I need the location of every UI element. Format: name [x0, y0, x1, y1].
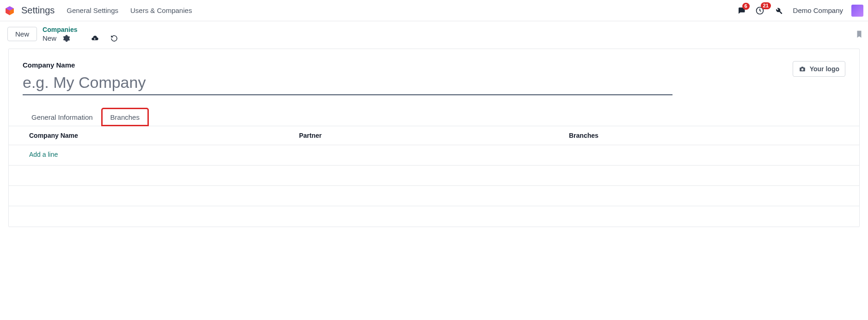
gear-icon[interactable]	[63, 35, 70, 42]
col-partner: Partner	[299, 132, 569, 139]
new-button[interactable]: New	[7, 27, 37, 41]
table-row: Add a line	[9, 145, 859, 166]
table-row	[9, 206, 859, 227]
table-header-row: Company Name Partner Branches	[9, 126, 859, 145]
nav-general-settings[interactable]: General Settings	[67, 6, 118, 14]
topbar: Settings General Settings Users & Compan…	[0, 0, 868, 21]
col-company-name: Company Name	[29, 132, 299, 139]
tools-icon[interactable]	[774, 6, 783, 15]
discuss-icon[interactable]: 6	[737, 6, 746, 15]
table-row	[9, 166, 859, 186]
activities-badge: 21	[761, 2, 771, 9]
camera-icon	[799, 66, 806, 72]
your-logo-label: Your logo	[810, 65, 839, 73]
tabs: General Information Branches	[23, 108, 845, 126]
company-name-input[interactable]	[23, 72, 672, 95]
breadcrumb-record: New	[43, 34, 56, 42]
nav-users-companies[interactable]: Users & Companies	[130, 6, 192, 14]
activities-icon[interactable]: 21	[755, 6, 764, 15]
form-sheet: Company Name Your logo General Informati…	[8, 49, 860, 227]
tab-branches[interactable]: Branches	[102, 108, 148, 126]
discuss-badge: 6	[742, 3, 750, 10]
branches-table: Company Name Partner Branches Add a line	[9, 126, 859, 227]
col-branches: Branches	[569, 132, 839, 139]
bookmark-icon[interactable]	[855, 29, 863, 39]
avatar[interactable]	[851, 5, 863, 17]
company-switcher[interactable]: Demo Company	[793, 6, 843, 14]
tab-general-information[interactable]: General Information	[23, 108, 102, 126]
discard-icon[interactable]	[110, 35, 118, 42]
action-bar: New Companies New	[0, 21, 868, 49]
add-a-line[interactable]: Add a line	[29, 151, 299, 160]
your-logo-button[interactable]: Your logo	[793, 61, 845, 77]
cloud-save-icon[interactable]	[91, 35, 99, 42]
app-title[interactable]: Settings	[21, 5, 55, 16]
app-logo[interactable]	[5, 6, 15, 16]
company-name-label: Company Name	[23, 61, 672, 69]
breadcrumb-companies[interactable]: Companies	[43, 26, 118, 33]
breadcrumb: Companies New	[43, 26, 118, 42]
table-row	[9, 186, 859, 206]
